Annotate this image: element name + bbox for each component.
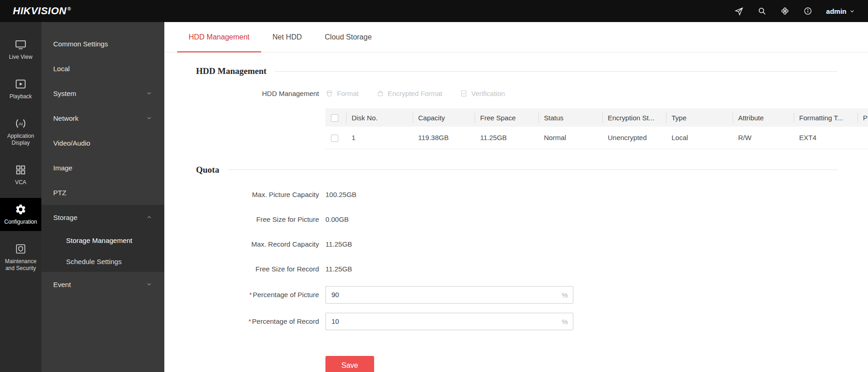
percentage-record-input-wrap: % <box>325 313 573 330</box>
menu-item-ptz[interactable]: PTZ <box>41 180 164 205</box>
playback-icon <box>15 78 27 90</box>
cell-disk-no: 1 <box>346 127 413 149</box>
info-icon[interactable] <box>803 6 812 16</box>
grid-icon <box>15 164 27 176</box>
button-label: Encrypted Format <box>388 90 442 97</box>
percentage-picture-input-wrap: % <box>325 286 573 304</box>
section-divider <box>228 169 837 170</box>
percentage-record-label: *Percentage of Record <box>196 317 319 325</box>
free-size-record-value: 11.25GB <box>325 265 352 273</box>
nav-maintenance-security[interactable]: Maintenance and Security <box>0 237 41 277</box>
nav-live-view[interactable]: Live View <box>0 33 41 66</box>
menu-item-storage[interactable]: Storage <box>41 205 164 230</box>
section-head: Quota <box>196 165 837 175</box>
lock-icon <box>376 90 384 97</box>
free-size-picture-value: 0.00GB <box>325 215 349 223</box>
menu-label: Network <box>53 114 78 122</box>
tab-cloud-storage[interactable]: Cloud Storage <box>314 22 383 52</box>
top-bar-actions: admin <box>734 6 855 16</box>
hdd-toolbar-row: HDD Management Format Encrypted Format V… <box>196 85 837 101</box>
menu-item-storage-management[interactable]: Storage Management <box>41 230 164 251</box>
max-record-capacity-label: Max. Record Capacity <box>196 240 319 248</box>
monitor-icon <box>15 39 27 51</box>
encrypted-format-button[interactable]: Encrypted Format <box>376 90 442 97</box>
menu-item-video-audio[interactable]: Video/Audio <box>41 130 164 155</box>
menu-label: Video/Audio <box>53 139 90 147</box>
hdd-table: Disk No. Capacity Free Space Status Encr… <box>325 108 868 149</box>
menu-item-local[interactable]: Local <box>41 56 164 81</box>
chevron-down-icon <box>146 115 152 121</box>
save-button[interactable]: Save <box>325 356 374 372</box>
cell-checkbox <box>325 127 346 149</box>
label-text: Percentage of Picture <box>253 291 319 299</box>
nav-label: Application Display <box>2 133 39 147</box>
section-title: Quota <box>196 165 219 175</box>
free-size-picture-row: Free Size for Picture 0.00GB <box>196 212 837 227</box>
nav-vca[interactable]: VCA <box>0 158 41 192</box>
format-button[interactable]: Format <box>325 90 359 97</box>
main-nav-rail: Live View Playback AI Application Displa… <box>0 22 41 372</box>
hdd-management-label: HDD Management <box>196 90 319 97</box>
max-record-capacity-value: 11.25GB <box>325 240 352 248</box>
hdd-table-wrap: Disk No. Capacity Free Space Status Encr… <box>325 108 868 149</box>
user-menu[interactable]: admin <box>826 7 855 15</box>
chevron-down-icon <box>146 90 152 96</box>
cell-capacity: 119.38GB <box>413 127 475 149</box>
tab-net-hdd[interactable]: Net HDD <box>261 22 314 52</box>
menu-item-image[interactable]: Image <box>41 155 164 180</box>
cell-formatting-type: EXT4 <box>794 127 857 149</box>
section-head: HDD Management <box>196 66 837 76</box>
hdd-management-section: HDD Management HDD Management Format Enc… <box>164 52 868 149</box>
table-row: 1 119.38GB 11.25GB Normal Unencrypted Lo… <box>325 127 868 149</box>
free-size-record-label: Free Size for Record <box>196 265 319 273</box>
select-all-checkbox[interactable] <box>331 114 338 122</box>
nav-configuration[interactable]: Configuration <box>0 198 41 231</box>
cell-progress <box>857 127 868 149</box>
nav-label: Maintenance and Security <box>2 258 39 272</box>
max-picture-capacity-row: Max. Picture Capacity 100.25GB <box>196 187 837 203</box>
percentage-record-row: *Percentage of Record % <box>196 313 837 330</box>
col-capacity: Capacity <box>413 108 475 127</box>
max-picture-capacity-label: Max. Picture Capacity <box>196 191 319 198</box>
chevron-down-icon <box>146 281 152 287</box>
label-text: Percentage of Record <box>252 317 319 325</box>
cell-status: Normal <box>538 127 602 149</box>
menu-item-system[interactable]: System <box>41 81 164 106</box>
col-attribute: Attribute <box>733 108 794 127</box>
menu-label: System <box>53 90 76 97</box>
col-encryption-status: Encryption St... <box>602 108 666 127</box>
percentage-record-input[interactable] <box>325 313 573 330</box>
menu-label: Storage Management <box>66 237 132 244</box>
button-label: Verification <box>471 90 505 97</box>
nav-label: Live View <box>9 54 32 61</box>
svg-text:AI: AI <box>18 121 22 126</box>
required-asterisk: * <box>248 317 251 325</box>
nav-application-display[interactable]: AI Application Display <box>0 112 41 152</box>
send-icon[interactable] <box>734 6 744 16</box>
col-checkbox <box>325 108 346 127</box>
percent-suffix: % <box>562 291 568 299</box>
chevron-up-icon <box>146 214 152 220</box>
max-record-capacity-row: Max. Record Capacity 11.25GB <box>196 237 837 252</box>
tab-hdd-management[interactable]: HDD Management <box>177 22 261 52</box>
table-header-row: Disk No. Capacity Free Space Status Encr… <box>325 108 868 127</box>
menu-header-common-settings[interactable]: Common Settings <box>41 31 164 56</box>
max-picture-capacity-value: 100.25GB <box>325 191 357 198</box>
row-checkbox[interactable] <box>331 135 338 142</box>
percent-suffix: % <box>562 317 568 325</box>
menu-item-event[interactable]: Event <box>41 272 164 297</box>
section-divider <box>275 71 837 72</box>
col-free-space: Free Space <box>475 108 538 127</box>
storage-tabs: HDD Management Net HDD Cloud Storage <box>164 22 868 52</box>
menu-item-schedule-settings[interactable]: Schedule Settings <box>41 251 164 272</box>
plugin-icon[interactable] <box>780 6 790 16</box>
nav-playback[interactable]: Playback <box>0 73 41 106</box>
nav-label: Playback <box>10 93 32 100</box>
quota-section: Quota Max. Picture Capacity 100.25GB Fre… <box>164 149 868 372</box>
verification-button[interactable]: Verification <box>460 90 505 97</box>
percentage-picture-label: *Percentage of Picture <box>196 291 319 299</box>
menu-item-network[interactable]: Network <box>41 106 164 130</box>
nav-label: VCA <box>15 179 27 186</box>
search-icon[interactable] <box>757 6 767 16</box>
percentage-picture-input[interactable] <box>325 286 573 304</box>
